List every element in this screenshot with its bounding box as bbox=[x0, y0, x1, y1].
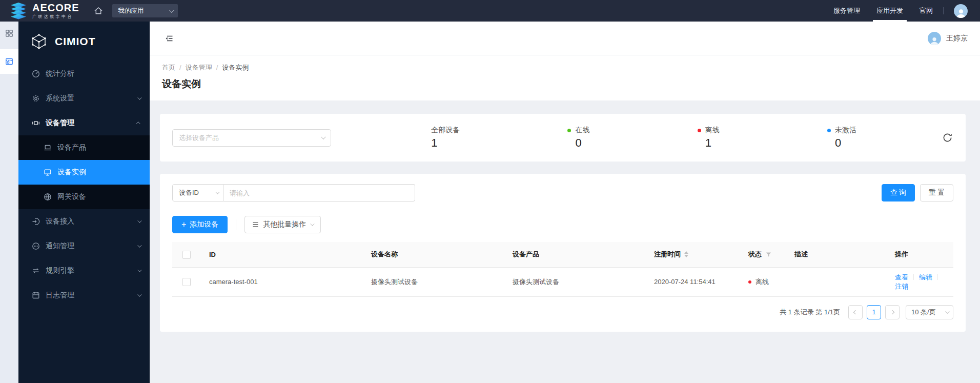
sidebar-item-label: 设备产品 bbox=[57, 143, 140, 152]
sidebar-item-label: 统计分析 bbox=[46, 69, 140, 78]
stat-not-activated: 未激活 0 bbox=[827, 126, 856, 150]
not-activated-status-dot bbox=[827, 129, 831, 132]
person-icon bbox=[955, 8, 967, 18]
stat-value: 0 bbox=[835, 136, 841, 150]
reset-button[interactable]: 重置 bbox=[920, 184, 953, 201]
workspace-layout-icon[interactable] bbox=[0, 49, 18, 74]
sidebar-item-label: 设备实例 bbox=[57, 168, 140, 177]
cell-device-product: 摄像头测试设备 bbox=[504, 267, 646, 296]
cell-description bbox=[786, 267, 887, 296]
chevron-down-icon bbox=[137, 292, 141, 296]
nav-service-management[interactable]: 服务管理 bbox=[833, 0, 860, 22]
device-management-submenu: 设备产品 设备实例 网关设备 bbox=[18, 135, 150, 209]
nav-official-site[interactable]: 官网 bbox=[920, 0, 933, 22]
app-select[interactable]: 我的应用 bbox=[112, 4, 178, 17]
monitor-icon bbox=[44, 168, 52, 176]
online-status-dot bbox=[567, 129, 571, 132]
header-user[interactable]: 王婷京 bbox=[928, 32, 968, 45]
view-link[interactable]: 查看 bbox=[895, 273, 908, 281]
refresh-icon[interactable] bbox=[941, 132, 953, 144]
deregister-link[interactable]: 注销 bbox=[895, 283, 908, 290]
pagination: 共 1 条记录 第 1/1页 1 10 条/页 bbox=[172, 305, 953, 319]
calendar-icon bbox=[32, 291, 40, 299]
home-icon[interactable] bbox=[90, 0, 107, 22]
sidebar-item-label: 日志管理 bbox=[46, 291, 132, 300]
search-input[interactable] bbox=[223, 184, 415, 201]
sidebar-item-label: 设备接入 bbox=[46, 217, 132, 226]
swap-icon bbox=[32, 267, 40, 275]
stat-value: 1 bbox=[431, 136, 437, 150]
breadcrumb-separator: / bbox=[179, 64, 181, 72]
sidebar-item-log-management[interactable]: 日志管理 bbox=[18, 283, 150, 308]
page-size-select[interactable]: 10 条/页 bbox=[906, 305, 953, 319]
aecore-logo-icon bbox=[9, 3, 28, 19]
sidebar-item-gateway-devices[interactable]: 网关设备 bbox=[18, 185, 150, 209]
cimiot-logo: CIMIOT bbox=[18, 22, 150, 62]
sidebar: CIMIOT 统计分析 系统设置 bbox=[18, 22, 150, 383]
query-buttons: 查询 重置 bbox=[882, 184, 953, 201]
column-header-actions: 操作 bbox=[887, 242, 953, 267]
login-icon bbox=[32, 217, 40, 226]
sidebar-item-device-access[interactable]: 设备接入 bbox=[18, 209, 150, 234]
nav-label: 应用开发 bbox=[876, 6, 903, 15]
search-field-value: 设备ID bbox=[179, 188, 199, 197]
table-row: camera-test-001 摄像头测试设备 摄像头测试设备 2020-07-… bbox=[172, 267, 953, 296]
pagination-total: 共 1 条记录 第 1/1页 bbox=[780, 308, 840, 317]
row-checkbox[interactable] bbox=[182, 278, 191, 286]
offline-status-dot bbox=[748, 280, 751, 284]
person-icon bbox=[929, 36, 940, 45]
vertical-divider bbox=[236, 219, 236, 230]
search-combo: 设备ID bbox=[172, 184, 415, 201]
add-device-button[interactable]: + 添加设备 bbox=[172, 216, 228, 233]
stat-offline: 离线 1 bbox=[698, 126, 720, 150]
product-select[interactable]: 选择设备产品 bbox=[172, 129, 331, 147]
menu-fold-icon[interactable] bbox=[163, 32, 175, 45]
edit-link[interactable]: 编辑 bbox=[919, 273, 932, 281]
device-stats: 全部设备 1 在线 0 bbox=[331, 126, 941, 150]
breadcrumb-home[interactable]: 首页 bbox=[162, 64, 175, 72]
chevron-down-icon bbox=[321, 134, 326, 139]
column-header-status: 状态 bbox=[740, 242, 786, 267]
query-row: 设备ID 查询 重置 bbox=[172, 184, 953, 201]
chevron-down-icon bbox=[137, 268, 141, 272]
sidebar-item-device-instances[interactable]: 设备实例 bbox=[18, 160, 150, 185]
brand: AECORE 广联达数字中台 bbox=[9, 3, 79, 19]
cell-registered-time: 2020-07-24 11:54:41 bbox=[646, 267, 740, 296]
search-field-select[interactable]: 设备ID bbox=[172, 184, 223, 201]
column-header-device-name: 设备名称 bbox=[363, 242, 504, 267]
filter-icon[interactable] bbox=[766, 252, 771, 257]
sort-icon[interactable] bbox=[684, 251, 688, 257]
chevron-down-icon bbox=[137, 243, 141, 247]
select-all-checkbox[interactable] bbox=[182, 251, 191, 259]
breadcrumb-separator: / bbox=[216, 64, 218, 72]
breadcrumb: 首页 / 设备管理 / 设备实例 bbox=[162, 64, 968, 72]
page-size-value: 10 条/页 bbox=[911, 308, 936, 317]
sidebar-item-label: 系统设置 bbox=[46, 94, 132, 103]
search-button[interactable]: 查询 bbox=[882, 184, 915, 201]
cimiot-logo-text: CIMIOT bbox=[55, 35, 96, 48]
breadcrumb-device-management[interactable]: 设备管理 bbox=[186, 64, 212, 72]
sidebar-item-device-management[interactable]: 设备管理 bbox=[18, 111, 150, 135]
sidebar-item-rule-engine[interactable]: 规则引擎 bbox=[18, 258, 150, 283]
bulk-actions-button[interactable]: 其他批量操作 bbox=[244, 216, 321, 233]
list-icon bbox=[252, 221, 259, 228]
nav-app-development[interactable]: 应用开发 bbox=[876, 0, 903, 22]
sidebar-item-system-settings[interactable]: 系统设置 bbox=[18, 86, 150, 111]
bulk-actions-label: 其他批量操作 bbox=[263, 220, 306, 229]
next-page-button[interactable] bbox=[885, 305, 900, 319]
current-page-button[interactable]: 1 bbox=[867, 305, 881, 319]
page-title: 设备实例 bbox=[162, 77, 968, 91]
sidebar-item-label: 规则引擎 bbox=[46, 266, 132, 275]
sidebar-item-statistics[interactable]: 统计分析 bbox=[18, 62, 150, 86]
prev-page-button[interactable] bbox=[848, 305, 863, 319]
column-header-registered-time: 注册时间 bbox=[646, 242, 740, 267]
sidebar-item-device-products[interactable]: 设备产品 bbox=[18, 135, 150, 160]
apps-grid-icon[interactable] bbox=[0, 22, 18, 45]
stat-label: 在线 bbox=[575, 126, 589, 135]
stat-all-devices: 全部设备 1 bbox=[431, 126, 460, 150]
icon-strip bbox=[0, 22, 18, 383]
topbar-user-avatar[interactable] bbox=[954, 4, 968, 18]
chevron-down-icon bbox=[137, 218, 141, 223]
sidebar-item-notification-management[interactable]: 通知管理 bbox=[18, 234, 150, 258]
sidebar-item-label: 网关设备 bbox=[57, 192, 140, 201]
